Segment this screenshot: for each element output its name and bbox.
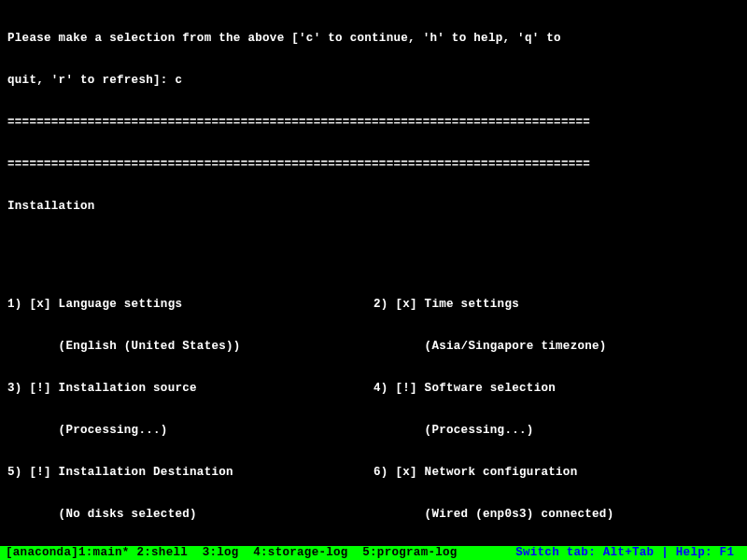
- menu-item[interactable]: 4) [!] Software selection: [374, 382, 740, 396]
- menu-item-detail: (English (United States)): [7, 340, 374, 354]
- prompt-top-line2: quit, 'r' to refresh]: c: [7, 74, 740, 88]
- prompt-top-line1: Please make a selection from the above […: [7, 32, 740, 46]
- statusbar-tabs[interactable]: [anaconda]1:main* 2:shell 3:log 4:storag…: [6, 546, 515, 560]
- menu-item[interactable]: 2) [x] Time settings: [374, 298, 740, 312]
- tmux-statusbar: [anaconda]1:main* 2:shell 3:log 4:storag…: [0, 546, 747, 560]
- menu-item-detail: (Wired (enp0s3) connected): [374, 508, 740, 522]
- menu-item-detail: (No disks selected): [7, 508, 374, 522]
- blank-line: [7, 242, 740, 256]
- statusbar-hints: Switch tab: Alt+Tab | Help: F1: [515, 546, 741, 560]
- menu-item[interactable]: 5) [!] Installation Destination: [7, 466, 374, 480]
- menu-item-detail: (Processing...): [7, 424, 374, 438]
- divider: ========================================…: [7, 158, 740, 172]
- divider: ========================================…: [7, 116, 740, 130]
- menu-item-detail: (Processing...): [374, 424, 740, 438]
- menu-item[interactable]: 3) [!] Installation source: [7, 382, 374, 396]
- menu-item-detail: (Asia/Singapore timezone): [374, 340, 740, 354]
- menu-item[interactable]: 6) [x] Network configuration: [374, 466, 740, 480]
- section-title-installation: Installation: [7, 200, 740, 214]
- menu-item[interactable]: 1) [x] Language settings: [7, 298, 374, 312]
